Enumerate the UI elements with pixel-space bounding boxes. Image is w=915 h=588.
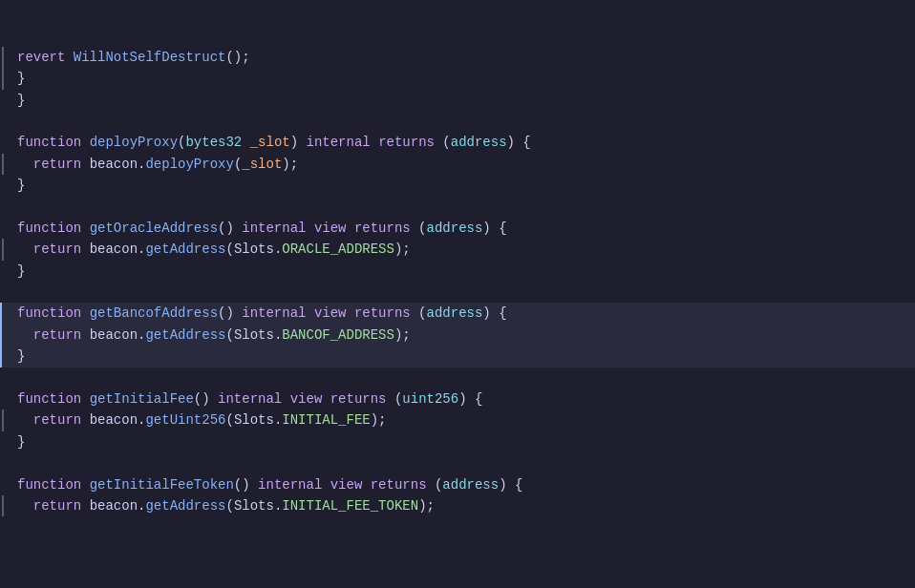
line-content: } xyxy=(17,90,900,111)
code-line xyxy=(0,282,915,303)
token-punct: ) { xyxy=(499,477,522,493)
code-line: return beacon.getAddress(Slots.INITIAL_F… xyxy=(0,495,915,516)
code-line: } xyxy=(0,175,915,196)
token-method: deployProxy xyxy=(145,157,233,172)
line-content: function getBancofAddress() internal vie… xyxy=(17,303,900,324)
token-method: getAddress xyxy=(145,498,225,514)
token-punct: () xyxy=(194,391,218,407)
token-kw: internal xyxy=(218,391,282,407)
token-punct: () xyxy=(234,477,258,493)
code-line: } xyxy=(0,68,915,89)
token-punct xyxy=(306,220,313,236)
token-kw: view xyxy=(314,220,347,236)
code-editor: revert WillNotSelfDestruct();}} function… xyxy=(0,0,915,588)
token-punct: ) { xyxy=(482,305,506,321)
token-obj: beacon xyxy=(90,327,138,343)
token-obj: Slots xyxy=(234,327,274,343)
code-line: } xyxy=(0,431,915,452)
token-type: address xyxy=(427,220,483,236)
token-punct: ( xyxy=(225,498,233,514)
token-method: getAddress xyxy=(145,242,225,257)
token-punct xyxy=(347,305,354,321)
token-fn: WillNotSelfDestruct xyxy=(74,50,226,65)
line-border xyxy=(2,68,4,89)
token-punct xyxy=(282,391,289,407)
line-content: } xyxy=(17,68,900,89)
token-type: uint256 xyxy=(402,391,458,407)
line-content xyxy=(17,197,900,218)
line-content: } xyxy=(17,175,900,196)
token-kw: return xyxy=(33,412,90,428)
token-kw: function xyxy=(17,135,90,150)
line-content xyxy=(17,368,900,388)
token-kw: internal xyxy=(242,220,306,236)
line-content: return beacon.getAddress(Slots.INITIAL_F… xyxy=(17,495,900,516)
token-method: getUint256 xyxy=(145,412,225,428)
token-kw: return xyxy=(33,242,90,257)
token-punct: () xyxy=(218,305,242,321)
token-punct xyxy=(362,477,370,493)
token-fn: getInitialFeeToken xyxy=(90,477,234,493)
token-indent xyxy=(17,157,33,172)
token-punct xyxy=(322,391,330,407)
token-obj: beacon xyxy=(90,157,138,172)
token-kw: view xyxy=(330,477,363,493)
token-type: address xyxy=(451,135,507,150)
token-punct: ) { xyxy=(507,135,531,150)
line-content xyxy=(17,452,900,473)
token-obj: beacon xyxy=(90,498,138,514)
token-punct: ( xyxy=(387,391,403,407)
line-content: function getInitialFee() internal view r… xyxy=(17,388,900,410)
token-kw: view xyxy=(314,305,347,321)
code-line: function deployProxy(bytes32 _slot) inte… xyxy=(0,132,915,153)
token-const: INITIAL_FEE_TOKEN xyxy=(282,498,418,514)
token-obj: beacon xyxy=(90,412,138,428)
token-kw: internal xyxy=(307,135,371,150)
token-fn: deployProxy xyxy=(90,135,178,150)
line-border xyxy=(2,410,4,430)
token-indent xyxy=(17,412,33,428)
token-kw: return xyxy=(33,327,90,343)
token-punct xyxy=(306,305,313,321)
token-fn: getInitialFee xyxy=(90,391,194,407)
code-line: return beacon.deployProxy(_slot); xyxy=(0,154,915,175)
token-obj: Slots xyxy=(234,412,274,428)
token-type: bytes32 xyxy=(185,135,242,150)
code-line: function getBancofAddress() internal vie… xyxy=(0,303,915,324)
code-line: return beacon.getAddress(Slots.BANCOF_AD… xyxy=(0,325,915,346)
token-indent xyxy=(17,498,33,514)
token-method: getAddress xyxy=(145,327,225,343)
token-punct: ) xyxy=(290,135,307,150)
token-kw: internal xyxy=(242,305,306,321)
code-line: } xyxy=(0,346,915,367)
token-const: ORACLE_ADDRESS xyxy=(282,242,394,257)
token-kw: function xyxy=(17,391,90,407)
code-line: function getOracleAddress() internal vie… xyxy=(0,218,915,239)
token-punct: ) { xyxy=(482,220,506,236)
token-brace: } xyxy=(17,71,25,86)
code-line xyxy=(0,111,915,132)
token-kw: function xyxy=(17,220,90,236)
token-type: address xyxy=(442,477,499,493)
token-kw: returns xyxy=(330,391,387,407)
token-punct xyxy=(371,135,378,150)
code-line: function getInitialFeeToken() internal v… xyxy=(0,474,915,495)
line-border xyxy=(2,47,4,68)
line-content: } xyxy=(17,346,900,367)
line-border xyxy=(2,154,4,175)
token-fn: getOracleAddress xyxy=(90,220,218,236)
line-content: return beacon.getAddress(Slots.BANCOF_AD… xyxy=(17,325,900,346)
code-line xyxy=(0,197,915,218)
token-punct: (); xyxy=(225,50,249,65)
token-brace: } xyxy=(17,434,25,450)
token-obj: beacon xyxy=(90,242,138,257)
line-content: } xyxy=(17,431,900,452)
line-content xyxy=(17,111,900,132)
token-punct xyxy=(347,220,354,236)
token-const: INITIAL_FEE xyxy=(282,412,370,428)
line-border xyxy=(2,495,4,516)
token-kw: function xyxy=(17,305,90,321)
token-const: BANCOF_ADDRESS xyxy=(282,327,394,343)
line-content: revert WillNotSelfDestruct(); xyxy=(17,47,900,68)
line-content xyxy=(17,282,900,303)
